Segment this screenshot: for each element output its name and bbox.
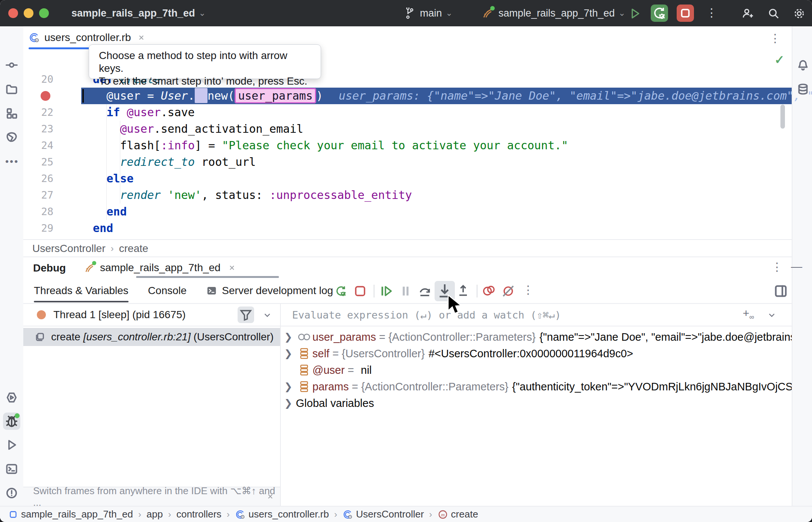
- expand-chevron-icon[interactable]: ❯: [281, 331, 296, 343]
- mouse-cursor: [445, 294, 463, 315]
- status-crumb-label: UsersController: [356, 508, 424, 520]
- status-crumb-label: controllers: [176, 508, 221, 520]
- close-tab-icon[interactable]: [137, 33, 146, 42]
- toolbar-more-menu[interactable]: ⋮: [523, 283, 534, 296]
- code-line[interactable]: 28end: [23, 203, 792, 220]
- debug-tab-label: Threads & Variables: [34, 285, 129, 297]
- inspections-ok-checkmark[interactable]: ✓: [774, 53, 785, 67]
- code-line[interactable]: 23@user.send_activation_email: [23, 121, 792, 137]
- view-breakpoints-icon[interactable]: [481, 284, 496, 299]
- run-button[interactable]: [629, 7, 641, 20]
- code-line[interactable]: @user = User.new(user_params)user_params…: [23, 88, 792, 104]
- code-with-me-icon[interactable]: [741, 7, 754, 20]
- pull-requests-icon[interactable]: [5, 130, 18, 143]
- rerun-debug-button[interactable]: [651, 5, 668, 22]
- inline-debugger-hint: user_params: {"name"=>"Jane Doe", "email…: [339, 89, 812, 102]
- line-number: 23: [23, 121, 53, 137]
- code-line[interactable]: 22if @user.save: [23, 104, 792, 121]
- variable-row-user-params[interactable]: ❯user_params={ActionController::Paramete…: [281, 329, 792, 345]
- session-running-dot: [92, 261, 96, 265]
- step-over-icon[interactable]: [417, 284, 432, 299]
- debug-panel-options-menu[interactable]: ⋮: [771, 260, 783, 273]
- editor-options-menu[interactable]: ⋮: [770, 32, 781, 45]
- line-number: 20: [23, 71, 53, 88]
- code-line[interactable]: 29end: [23, 220, 792, 237]
- breakpoint-dot[interactable]: [41, 91, 50, 101]
- project-widget[interactable]: sample_rails_app_7th_ed ⌄: [71, 0, 206, 26]
- breadcrumb-method[interactable]: create: [119, 243, 148, 255]
- vcs-branch-widget[interactable]: main ⌄: [404, 0, 453, 26]
- code-line[interactable]: 26else: [23, 170, 792, 187]
- debug-session-tab[interactable]: sample_rails_app_7th_ed: [83, 257, 236, 278]
- run-tool-window-icon[interactable]: [5, 439, 18, 451]
- code-line[interactable]: 25redirect_to root_url: [23, 154, 792, 170]
- status-crumb-create[interactable]: mcreate: [438, 508, 478, 520]
- field-icon: [299, 381, 309, 393]
- evaluate-placeholder: Evaluate expression (↵) or add a watch (…: [292, 309, 561, 321]
- equals-sign: =: [332, 347, 339, 360]
- evaluate-dropdown-chevron[interactable]: [767, 310, 777, 320]
- notifications-bell-icon[interactable]: [797, 59, 809, 71]
- expand-chevron-icon[interactable]: ❯: [281, 381, 296, 393]
- settings-gear-icon[interactable]: [792, 7, 806, 20]
- code-line[interactable]: 27render 'new', status: :unprocessable_e…: [23, 187, 792, 203]
- more-actions-menu[interactable]: ⋮: [706, 6, 717, 19]
- expand-chevron-icon[interactable]: ❯: [281, 348, 296, 360]
- layout-settings-icon[interactable]: [773, 284, 788, 299]
- debug-tab-console[interactable]: Console: [148, 279, 187, 302]
- more-tool-windows-icon[interactable]: •••: [5, 156, 19, 167]
- search-icon[interactable]: [767, 7, 780, 20]
- status-crumb-sample-rails-app-7th-ed[interactable]: sample_rails_app_7th_ed: [8, 508, 133, 520]
- close-window-button[interactable]: [8, 8, 18, 18]
- rerun-icon[interactable]: [333, 284, 348, 299]
- terminal-tab-icon: [206, 285, 217, 296]
- variable-row-self[interactable]: ❯self={UsersController}#<UsersController…: [281, 345, 792, 362]
- session-tab-label: sample_rails_app_7th_ed: [100, 262, 221, 274]
- status-crumb-controllers[interactable]: controllers: [176, 508, 221, 520]
- breadcrumb-class[interactable]: UsersController: [32, 243, 106, 255]
- code-text: end: [106, 203, 127, 220]
- variable-row-Global-variables[interactable]: ❯Global variables: [281, 395, 792, 411]
- thread-selector-row[interactable]: Thread 1 [sleep] (pid 16675): [23, 304, 280, 326]
- debug-tool-window-button[interactable]: [3, 413, 20, 430]
- status-crumb-app[interactable]: app: [147, 508, 163, 520]
- add-watch-button[interactable]: +∞: [743, 307, 754, 321]
- thread-dropdown-chevron[interactable]: [262, 310, 272, 320]
- project-name: sample_rails_app_7th_ed: [71, 8, 195, 19]
- debug-panel-header: Debug sample_rails_app_7th_ed ⋮ —: [23, 256, 792, 279]
- debug-tab-threads-variables[interactable]: Threads & Variables: [34, 279, 129, 302]
- code-line[interactable]: 24flash[:info] = "Please check your emai…: [23, 137, 792, 154]
- status-crumb-UsersController[interactable]: UsersController: [342, 508, 424, 520]
- debug-panel-title[interactable]: Debug: [33, 262, 66, 274]
- pause-icon[interactable]: [398, 284, 413, 299]
- stop-icon: [677, 5, 694, 22]
- debug-tab-server-development-log[interactable]: Server development log: [206, 279, 333, 302]
- project-folder-icon[interactable]: [5, 83, 18, 96]
- evaluate-expression-bar[interactable]: Evaluate expression (↵) or add a watch (…: [281, 304, 792, 326]
- filter-frames-button[interactable]: [238, 307, 254, 323]
- variable-row--user[interactable]: @user=nil: [281, 362, 792, 378]
- variable-value: #<UsersController:0x000000011964d9c0>: [429, 347, 633, 360]
- services-icon[interactable]: [5, 391, 18, 404]
- title-bar: sample_rails_app_7th_ed ⌄ main ⌄ sample_…: [0, 0, 812, 26]
- resume-icon[interactable]: [379, 284, 394, 299]
- hide-panel-button[interactable]: —: [791, 260, 802, 273]
- run-configuration-widget[interactable]: sample_rails_app_7th_ed ⌄: [481, 0, 626, 26]
- commit-icon[interactable]: [5, 59, 18, 71]
- stop-debug-icon[interactable]: [353, 284, 368, 299]
- mute-breakpoints-icon[interactable]: [501, 284, 516, 299]
- status-crumb-users-controller-rb[interactable]: users_controller.rb: [235, 508, 329, 520]
- problems-icon[interactable]: [5, 487, 18, 499]
- close-banner-icon[interactable]: [266, 492, 275, 501]
- terminal-icon[interactable]: [5, 463, 18, 475]
- stop-button[interactable]: [677, 5, 694, 22]
- stack-frame-row[interactable]: create [users_controller.rb:21] (UsersCo…: [23, 328, 280, 346]
- minimize-window-button[interactable]: [24, 8, 33, 18]
- rails-session-icon: [83, 262, 95, 274]
- expand-chevron-icon[interactable]: ❯: [281, 398, 296, 409]
- close-session-icon[interactable]: [227, 263, 236, 272]
- structure-icon[interactable]: [5, 107, 18, 120]
- variable-row-params[interactable]: ❯params={ActionController::Parameters}{"…: [281, 378, 792, 395]
- infinity-icon: ∞: [749, 313, 754, 321]
- maximize-window-button[interactable]: [39, 8, 49, 18]
